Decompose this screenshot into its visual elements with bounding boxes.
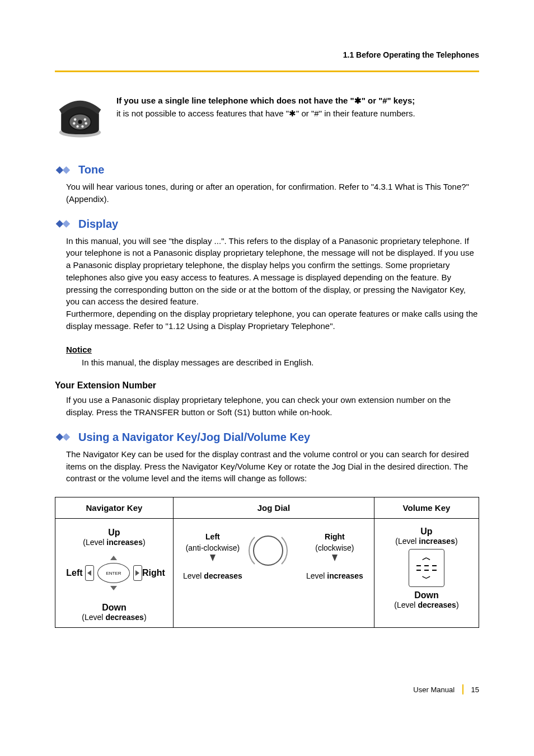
intro-bold: If you use a single line telephone which… — [116, 95, 479, 107]
navkey-title-text: Using a Navigator Key/Jog Dial/Volume Ke… — [78, 431, 310, 444]
svg-point-3 — [74, 118, 76, 120]
notice-body: In this manual, the display messages are… — [82, 356, 479, 369]
navkey-heading: Using a Navigator Key/Jog Dial/Volume Ke… — [55, 431, 479, 444]
nav-left-icon — [85, 565, 94, 581]
table-header-vol: Volume Key — [374, 497, 479, 519]
jog-left-arrow-icon — [210, 555, 216, 561]
jog-right-arrow-icon — [332, 555, 338, 561]
jog-dial-icon — [253, 536, 294, 577]
footer-label: User Manual — [413, 685, 455, 694]
nav-down-icon — [110, 586, 117, 590]
rotary-phone-icon — [55, 95, 105, 141]
display-title-text: Display — [78, 218, 118, 231]
svg-point-4 — [84, 118, 86, 120]
nav-left-label: Left — [64, 568, 85, 578]
table-header-jog: Jog Dial — [173, 497, 374, 519]
chevron-up-icon: ︿ — [422, 553, 431, 562]
jog-left-level: Level decreases — [183, 571, 242, 580]
nav-up-icon — [110, 556, 117, 560]
jog-right-label: Right — [325, 532, 345, 541]
jog-left-sub: (anti-clockwise) — [186, 543, 240, 552]
display-heading: Display — [55, 218, 479, 231]
controls-table: Navigator Key Jog Dial Volume Key Up (Le… — [55, 497, 479, 628]
ext-number-body: If you use a Panasonic display proprieta… — [66, 394, 479, 419]
ext-number-heading: Your Extension Number — [55, 381, 479, 391]
nav-enter-label: ENTER — [106, 571, 121, 576]
nav-key-cell: Up (Level increases) Left ENTER — [55, 519, 174, 628]
table-header-nav: Navigator Key — [55, 497, 174, 519]
nav-up-sub: (Level increases) — [83, 538, 145, 547]
svg-point-6 — [85, 122, 87, 124]
jog-left-label: Left — [205, 532, 220, 541]
header-rule — [55, 71, 479, 72]
diamond-bullet-icon — [55, 165, 74, 175]
jog-dial-cell: Left (anti-clockwise) Level decreases Ri… — [173, 519, 374, 628]
tone-body: You will hear various tones, during or a… — [66, 181, 479, 205]
nav-right-icon — [133, 565, 142, 581]
diamond-bullet-icon — [55, 432, 74, 442]
tone-heading: Tone — [55, 163, 479, 176]
nav-up-label: Up — [83, 528, 145, 538]
jog-right-sub: (clockwise) — [315, 543, 354, 552]
svg-point-5 — [73, 122, 75, 124]
nav-enter-button: ENTER — [97, 563, 130, 583]
nav-down-sub: (Level decreases) — [82, 613, 146, 622]
jog-right-level: Level increases — [306, 571, 363, 580]
footer-page-number: 15 — [471, 685, 479, 694]
vol-down-sub: (Level decreases) — [394, 600, 458, 609]
display-body: In this manual, you will see "the displa… — [66, 235, 479, 332]
notice-label: Notice — [66, 345, 479, 354]
svg-point-2 — [78, 120, 82, 124]
volume-key-cell: Up (Level increases) ︿ ﹀ Down — [374, 519, 479, 628]
tone-title-text: Tone — [78, 163, 104, 176]
navkey-body: The Navigator Key can be used for the di… — [66, 448, 479, 485]
chevron-down-icon: ﹀ — [422, 574, 431, 583]
footer-divider — [462, 684, 463, 694]
nav-down-label: Down — [82, 603, 146, 613]
vol-down-label: Down — [394, 590, 458, 600]
nav-right-label: Right — [142, 568, 165, 578]
intro-text: If you use a single line telephone which… — [116, 95, 479, 120]
svg-point-8 — [81, 125, 83, 128]
intro-plain: it is not possible to access features th… — [116, 107, 479, 120]
vol-up-label: Up — [395, 527, 457, 537]
page-footer: User Manual 15 — [413, 684, 479, 694]
volume-key-icon: ︿ ﹀ — [409, 549, 444, 587]
svg-point-7 — [76, 125, 78, 128]
running-header: 1.1 Before Operating the Telephones — [55, 50, 479, 59]
diamond-bullet-icon — [55, 219, 74, 229]
vol-up-sub: (Level increases) — [395, 537, 457, 546]
